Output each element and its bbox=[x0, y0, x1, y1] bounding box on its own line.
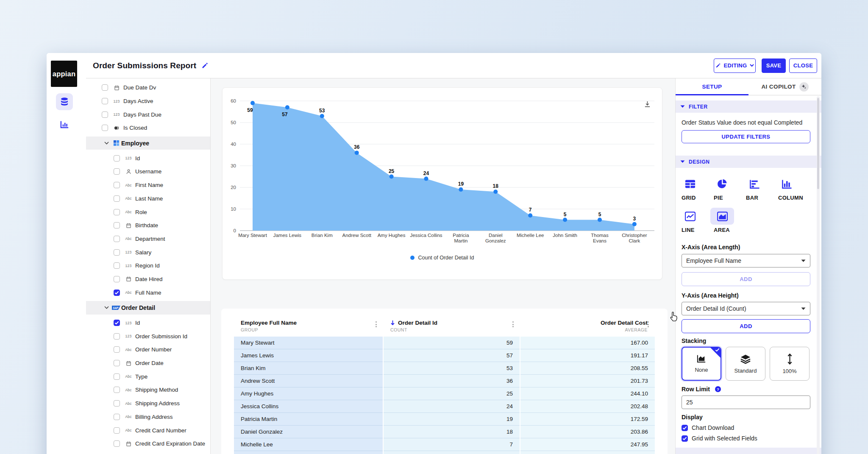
design-section-header[interactable]: DESIGN bbox=[676, 156, 821, 168]
xaxis-add-button[interactable]: ADD bbox=[682, 272, 810, 286]
svg-text:50: 50 bbox=[231, 120, 236, 125]
yaxis-select[interactable]: Order Detail Id (Count) bbox=[682, 302, 810, 315]
field-checkbox[interactable] bbox=[114, 276, 120, 282]
field-checkbox[interactable] bbox=[114, 333, 120, 340]
field-group-order-detail[interactable]: SAP Order Detail bbox=[86, 301, 210, 315]
svg-text:18: 18 bbox=[493, 183, 499, 189]
close-label: CLOSE bbox=[793, 62, 813, 69]
svg-text:19: 19 bbox=[458, 181, 464, 187]
chart-type-column[interactable]: COLUMN bbox=[778, 175, 810, 201]
field-checkbox[interactable] bbox=[102, 84, 108, 91]
chart-card: 010203040506059575336252419187553Mary St… bbox=[222, 87, 662, 280]
stacking-option-none[interactable]: None bbox=[682, 347, 721, 381]
chart-type-label: BAR bbox=[746, 195, 758, 201]
field-label: Shipping Method bbox=[135, 387, 178, 393]
field-item-shipping-address: Abc Shipping Address bbox=[86, 397, 210, 410]
field-checkbox[interactable] bbox=[114, 195, 120, 202]
chart-legend[interactable]: Count of Order Detail Id bbox=[223, 255, 662, 261]
field-checkbox[interactable] bbox=[114, 155, 120, 162]
field-checkbox[interactable] bbox=[114, 168, 120, 175]
xaxis-label: X-Axis (Area Length) bbox=[682, 244, 810, 251]
display-option-grid-with-selected-fields: Grid with Selected Fields bbox=[682, 435, 810, 442]
yaxis-add-button[interactable]: ADD bbox=[682, 319, 810, 333]
chevron-down-icon bbox=[104, 142, 109, 145]
save-button[interactable]: SAVE bbox=[762, 58, 786, 73]
field-checkbox[interactable] bbox=[114, 262, 120, 269]
chart-type-line[interactable]: LINE bbox=[682, 208, 714, 233]
svg-text:53: 53 bbox=[319, 108, 325, 114]
report-nav-button[interactable] bbox=[56, 116, 73, 133]
field-checkbox[interactable] bbox=[114, 414, 120, 420]
field-item-shipping-method: Abc Shipping Method bbox=[86, 383, 210, 397]
field-checkbox[interactable] bbox=[114, 400, 120, 407]
tab-ai-copilot[interactable]: AI COPILOT bbox=[748, 78, 821, 95]
field-checkbox[interactable] bbox=[114, 249, 120, 256]
field-checkbox[interactable] bbox=[114, 387, 120, 393]
column-menu-icon[interactable] bbox=[376, 320, 377, 327]
field-label: Type bbox=[135, 373, 147, 380]
field-label: Credit Card Number bbox=[135, 427, 186, 434]
svg-text:59: 59 bbox=[247, 107, 253, 113]
filter-description: Order Status Value does not equal Comple… bbox=[682, 119, 810, 126]
column-menu-icon[interactable] bbox=[648, 320, 649, 327]
cell-order-cost: 198.23 bbox=[520, 451, 655, 454]
column-header-2[interactable]: Order Detail Id COUNT bbox=[384, 320, 520, 337]
field-checkbox[interactable] bbox=[114, 346, 120, 353]
field-checkbox[interactable] bbox=[114, 209, 120, 215]
field-group-employee[interactable]: Employee bbox=[86, 136, 210, 150]
legend-label: Count of Order Detail Id bbox=[418, 255, 474, 261]
edit-title-button[interactable] bbox=[201, 62, 209, 69]
chart-type-pie[interactable]: PIE bbox=[714, 175, 746, 201]
cell-order-count: 5 bbox=[384, 451, 520, 454]
cell-order-count: 7 bbox=[384, 438, 520, 451]
field-checkbox[interactable] bbox=[114, 360, 120, 366]
page-title: Order Submissions Report bbox=[93, 61, 196, 70]
column-menu-icon[interactable] bbox=[512, 320, 514, 327]
close-button[interactable]: CLOSE bbox=[789, 58, 817, 73]
field-checkbox[interactable] bbox=[114, 236, 120, 242]
stacking-option-standard[interactable]: Standard bbox=[726, 347, 765, 381]
filter-section-header[interactable]: FILTER bbox=[676, 100, 821, 113]
display-checkbox[interactable] bbox=[682, 435, 688, 442]
field-label: Order Number bbox=[135, 346, 172, 353]
stacking-option-100pct[interactable]: 100% bbox=[770, 347, 810, 381]
field-checkbox[interactable] bbox=[102, 111, 108, 118]
field-checkbox[interactable] bbox=[114, 427, 120, 434]
text-type-icon: Abc bbox=[125, 401, 131, 406]
grid-chart-icon bbox=[685, 179, 696, 189]
field-checkbox[interactable] bbox=[102, 98, 108, 104]
help-icon[interactable]: ? bbox=[715, 386, 721, 392]
editing-dropdown-button[interactable]: EDITING bbox=[714, 58, 756, 73]
row-limit-input[interactable]: 25 bbox=[682, 396, 810, 409]
chart-type-label: COLUMN bbox=[778, 195, 803, 201]
svg-text:Andrew Scott: Andrew Scott bbox=[342, 233, 371, 238]
field-checkbox[interactable] bbox=[114, 440, 120, 447]
column-header-1[interactable]: Employee Full Name GROUP bbox=[234, 320, 383, 337]
chart-download-button[interactable] bbox=[644, 100, 651, 108]
column-aggregation: COUNT bbox=[390, 327, 437, 332]
number-type-icon: 123 bbox=[125, 321, 132, 325]
field-group-label: Employee bbox=[121, 140, 149, 147]
field-checkbox[interactable] bbox=[102, 125, 108, 131]
caret-down-icon bbox=[801, 259, 806, 262]
field-item-type: Abc Type bbox=[86, 370, 210, 383]
update-filters-button[interactable]: UPDATE FILTERS bbox=[682, 130, 810, 143]
field-checkbox[interactable] bbox=[114, 182, 120, 188]
display-checkbox[interactable] bbox=[682, 425, 688, 431]
panel-scrollbar[interactable] bbox=[817, 96, 820, 454]
field-item-id: 123 Id bbox=[86, 316, 210, 330]
chart-type-grid[interactable]: GRID bbox=[682, 175, 714, 201]
field-checkbox[interactable] bbox=[114, 222, 120, 228]
chart-type-bar[interactable]: BAR bbox=[746, 175, 778, 201]
column-header-3[interactable]: Order Detail Cost AVERAGE bbox=[520, 320, 655, 337]
number-type-icon: 123 bbox=[125, 156, 132, 160]
bar-chart-icon bbox=[60, 120, 70, 129]
xaxis-select[interactable]: Employee Full Name bbox=[682, 254, 810, 267]
chart-type-area[interactable]: AREA bbox=[714, 208, 746, 233]
data-nav-button[interactable] bbox=[56, 93, 73, 110]
field-checkbox[interactable] bbox=[114, 290, 120, 296]
tab-setup[interactable]: SETUP bbox=[676, 78, 748, 95]
field-checkbox[interactable] bbox=[114, 373, 120, 380]
field-checkbox[interactable] bbox=[114, 320, 120, 326]
cell-order-cost: 202.48 bbox=[520, 400, 655, 413]
